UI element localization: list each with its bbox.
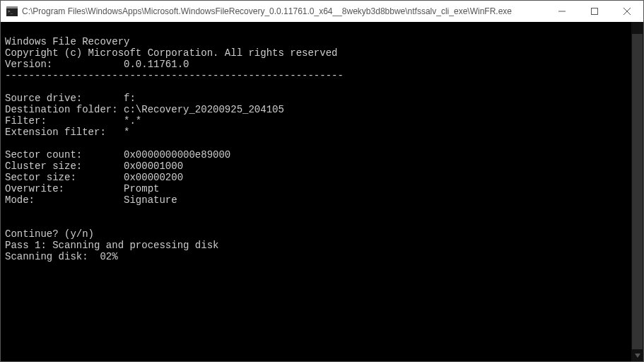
scrollbar[interactable] [631,22,643,361]
titlebar[interactable]: >_ C:\Program Files\WindowsApps\Microsof… [1,1,643,22]
svg-text:>_: >_ [8,8,13,14]
app-icon: >_ [6,6,18,17]
app-window: >_ C:\Program Files\WindowsApps\Microsof… [0,0,644,362]
terminal-text: Windows File Recovery Copyright (c) Micr… [5,36,344,262]
window-title: C:\Program Files\WindowsApps\Microsoft.W… [22,6,546,16]
scroll-down-arrow[interactable] [631,349,643,361]
minimize-button[interactable] [546,1,578,22]
maximize-button[interactable] [578,1,611,22]
scroll-track[interactable] [631,34,643,349]
window-controls [546,1,643,22]
close-button[interactable] [611,1,643,22]
svg-rect-3 [592,8,598,15]
scroll-thumb[interactable] [632,34,643,349]
terminal-output[interactable]: Windows File Recovery Copyright (c) Micr… [1,22,643,361]
